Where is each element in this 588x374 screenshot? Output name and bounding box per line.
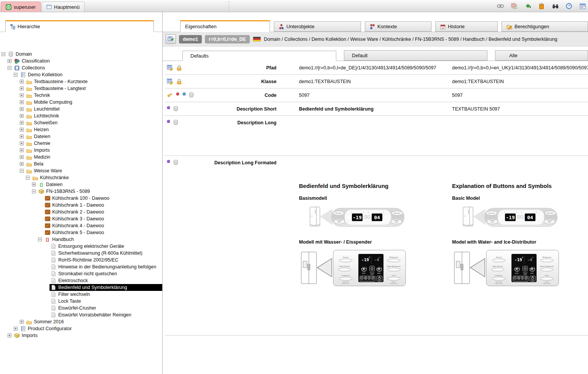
tree-item[interactable]: Product Configurator — [0, 325, 162, 332]
undo-icon[interactable] — [524, 2, 532, 10]
collapse-minus-icon[interactable] — [26, 176, 31, 180]
svg-text:17: 17 — [442, 26, 444, 29]
collapse-minus-icon[interactable] — [32, 189, 37, 193]
property-icons — [165, 102, 207, 116]
expand-plus-icon[interactable] — [20, 121, 25, 125]
tab-eigenschaften[interactable]: Eigenschaften — [180, 20, 270, 32]
notebook-icon — [20, 326, 26, 331]
expand-plus-icon[interactable] — [20, 93, 25, 97]
tree-item[interactable]: []Handbuch — [0, 236, 162, 243]
svg-text:(Hold 3 Sec): (Hold 3 Sec) — [390, 283, 398, 284]
expand-plus-icon[interactable] — [32, 183, 37, 186]
expand-plus-icon[interactable] — [20, 114, 25, 118]
tree-item[interactable]: Entsorgung elektrischer Geräte — [0, 243, 162, 250]
tab-hierarchie[interactable]: Hierarchie — [5, 20, 154, 32]
expand-plus-icon[interactable] — [8, 59, 13, 63]
tree-item[interactable]: Classification — [0, 58, 162, 64]
expand-plus-icon[interactable] — [20, 100, 25, 104]
tree-item[interactable]: Weisse Ware — [0, 167, 162, 174]
tab-superuser[interactable]: superuser — [1, 2, 41, 12]
tree-item[interactable]: Imports — [0, 332, 162, 339]
tree-item[interactable]: Bela — [0, 161, 162, 167]
tree-item[interactable]: Leuchtmittel — [0, 106, 162, 112]
tree-item[interactable]: Imports — [0, 147, 162, 154]
tree-item[interactable]: Elektroschock — [0, 277, 162, 284]
collapse-minus-icon[interactable] — [2, 52, 7, 56]
collapse-minus-icon[interactable] — [8, 66, 13, 70]
params-badge[interactable]: r=0,b=0,l=de_DE — [205, 35, 250, 43]
expand-plus-icon[interactable] — [20, 128, 25, 132]
formatted-subtitle-en-basic: Basic Model — [452, 196, 588, 201]
expand-plus-icon[interactable] — [20, 155, 25, 159]
tree-item[interactable]: FN-15B3RNS - 5089 — [0, 188, 162, 195]
subtab-alle[interactable]: Alle — [495, 50, 588, 61]
link-icon[interactable] — [497, 2, 504, 10]
tree-item[interactable]: Bedienfeld und Symbolerklärung — [0, 284, 162, 291]
tree-item[interactable]: Lock Taste — [0, 298, 162, 305]
expand-plus-icon[interactable] — [20, 320, 25, 324]
tree-item[interactable]: Collections — [0, 64, 162, 71]
tree-item-label: Collections — [22, 65, 45, 71]
tree-item[interactable]: Kühlschrank 2 - Daewoo — [0, 209, 162, 215]
tab-kontexte[interactable]: Kontexte — [365, 21, 431, 32]
tree-item[interactable]: Dateien — [0, 133, 162, 140]
copy-icon[interactable] — [510, 2, 518, 10]
tab-hauptmenu[interactable]: Hauptmenü — [42, 2, 85, 12]
expand-plus-icon[interactable] — [20, 162, 25, 166]
tree-item[interactable]: Stromkabel nicht quetschen — [0, 270, 162, 277]
help-icon[interactable]: ? — [565, 2, 573, 10]
clipboard-icon[interactable] — [538, 2, 545, 10]
collapse-minus-icon[interactable] — [14, 73, 19, 77]
subtab-label: Alle — [509, 53, 518, 58]
tree-item[interactable]: Kühlschrank 5 - Daewoo — [0, 229, 162, 236]
tree-item[interactable]: Technik — [0, 92, 162, 99]
tree-item[interactable]: Sommer 2016 — [0, 318, 162, 325]
tree-item[interactable]: Kühlschrank 1 - Daewoo — [0, 202, 162, 209]
tab-unterobjekte[interactable]: Unterobjekte — [274, 21, 361, 32]
context-badge[interactable]: demo1 — [179, 35, 202, 43]
expand-plus-icon[interactable] — [8, 334, 13, 337]
expand-plus-icon[interactable] — [20, 107, 25, 111]
collapse-minus-icon[interactable] — [38, 238, 43, 241]
tree-item[interactable]: Schweißen — [0, 119, 162, 126]
expand-plus-icon[interactable] — [20, 80, 25, 83]
subtab-defaults[interactable]: Defaults — [182, 51, 336, 61]
tree-item-label: Kühlschränke — [40, 175, 69, 180]
expand-plus-icon[interactable] — [14, 327, 19, 331]
tree-item[interactable]: Mobile Computing — [0, 99, 162, 106]
edit-table-button[interactable] — [166, 34, 176, 44]
tree-item[interactable]: Eiswürfel-Crusher — [0, 305, 162, 311]
expand-plus-icon[interactable] — [20, 87, 25, 90]
expand-plus-icon[interactable] — [20, 141, 25, 145]
kontexte-icon — [370, 24, 375, 29]
package-icon — [38, 189, 45, 194]
tree-item[interactable]: Demo Kollektion — [0, 71, 162, 78]
tree-item-label: Hinweise in der Bedienungsanleitung befo… — [58, 264, 156, 270]
tree-item[interactable]: Filter wechseln — [0, 291, 162, 298]
collapse-minus-icon[interactable] — [20, 169, 25, 173]
breadcrumb-path[interactable]: Domain / Collections / Demo Kollektion /… — [264, 37, 558, 42]
tree-item[interactable]: Kühlschrank 4 - Daewoo — [0, 222, 162, 229]
expand-plus-icon[interactable] — [20, 135, 25, 138]
tree-item[interactable]: Lichttechnik — [0, 112, 162, 119]
tree-item[interactable]: Textbausteine - Kurztexte — [0, 78, 162, 85]
subtab-default[interactable]: Default — [344, 50, 487, 61]
tree-item[interactable]: Domain — [0, 51, 162, 58]
search-icon[interactable] — [551, 2, 559, 10]
tree-item[interactable]: Hinweise in der Bedienungsanleitung befo… — [0, 263, 162, 270]
tree-item[interactable]: RoHS-Richtlinie 2002/95/EC — [0, 257, 162, 263]
tab-berechtigungen[interactable]: Berechtigungen — [502, 21, 588, 32]
expand-plus-icon[interactable] — [20, 148, 25, 152]
tree-item[interactable]: Heizen — [0, 126, 162, 133]
tree-item[interactable]: Kühlschränke — [0, 174, 162, 181]
calendar-icon[interactable] — [579, 2, 586, 10]
tree-item[interactable]: Sicherheitswarnung (R-600a Kühlmittel) — [0, 250, 162, 257]
tree-item[interactable]: Medizin — [0, 154, 162, 161]
tab-historie[interactable]: 17Historie — [435, 21, 498, 32]
tree-item[interactable]: Textbausteine - Langtext — [0, 85, 162, 92]
tree-item[interactable]: []Dateien — [0, 181, 162, 188]
tree-item[interactable]: Kühlschrank 3 - Daewoo — [0, 215, 162, 222]
tree-item[interactable]: Chemie — [0, 140, 162, 147]
tree-item[interactable]: Kühlschrank 100 - Daewoo — [0, 195, 162, 202]
tree-item[interactable]: Eiswürfel Vorratsbehälter Reinigen — [0, 311, 162, 318]
